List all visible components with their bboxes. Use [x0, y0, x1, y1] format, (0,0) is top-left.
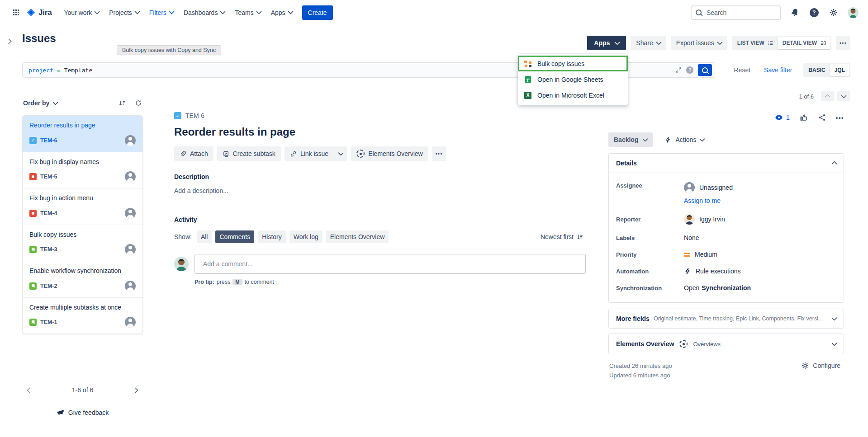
issue-key[interactable]: TEM-6 — [185, 112, 204, 119]
navbar-item[interactable]: Apps — [266, 5, 298, 20]
next-page-button[interactable] — [133, 388, 138, 392]
synchronization-row: Synchronization Open Synchronization — [616, 284, 836, 291]
settings-button[interactable] — [828, 7, 840, 19]
jql-field: project — [28, 67, 53, 74]
detail-view-icon — [820, 40, 826, 46]
more-fields-panel[interactable]: More fields Original estimate, Time trac… — [608, 309, 844, 329]
apps-menu-item[interactable]: Open in Google Sheets — [518, 71, 628, 87]
automation-value[interactable]: Rule executions — [684, 268, 741, 275]
watch-button[interactable]: 1 — [775, 113, 790, 122]
issue-card[interactable]: Reorder results in page TEM-6 — [23, 116, 142, 152]
automation-actions-button[interactable]: Actions — [662, 136, 707, 144]
elements-overview-panel[interactable]: Elements Overview Overviews — [608, 334, 844, 354]
details-panel-header[interactable]: Details — [609, 154, 844, 173]
link-issue-button[interactable]: Link issue — [285, 146, 334, 161]
apps-menu-item[interactable]: Bulk copy issues — [518, 56, 628, 71]
issue-type-icon — [29, 173, 37, 180]
issue-title[interactable]: Reorder results in page — [174, 126, 586, 138]
global-search[interactable] — [691, 5, 781, 20]
list-view-button[interactable]: LIST VIEW — [733, 37, 778, 49]
issue-card[interactable]: Bulk copy issues TEM-3 — [23, 225, 142, 262]
assign-to-me-link[interactable]: Assign to me — [684, 197, 721, 204]
navbar-item[interactable]: Teams — [230, 5, 266, 20]
issue-card[interactable]: Create multiple subtasks at once TEM-1 — [23, 298, 142, 334]
refresh-button[interactable] — [135, 99, 142, 107]
export-issues-button[interactable]: Export issues — [671, 36, 727, 50]
share-issue-button[interactable] — [818, 113, 826, 122]
megaphone-icon — [57, 409, 64, 416]
assignee-value[interactable]: Unassigned — [684, 182, 733, 193]
share-button[interactable]: Share — [631, 36, 666, 50]
list-view-icon — [768, 40, 773, 46]
help-button[interactable]: ? — [808, 7, 820, 19]
sort-order-button[interactable]: Newest first — [538, 233, 586, 241]
status-dropdown[interactable]: Backlog — [608, 132, 653, 147]
activity-filter-chip[interactable]: Comments — [215, 230, 254, 243]
global-search-input[interactable] — [706, 9, 776, 17]
reset-button[interactable]: Reset — [731, 66, 753, 74]
issue-more-button[interactable]: ••• — [836, 115, 844, 121]
vote-button[interactable] — [800, 113, 808, 122]
previous-issue-button[interactable] — [821, 91, 834, 101]
activity-filter-chip[interactable]: Elements Overview — [326, 230, 389, 243]
activity-filter-chip[interactable]: Work log — [289, 230, 323, 243]
apps-menu-item[interactable]: Open in Microsoft Excel — [518, 87, 628, 103]
navbar-item[interactable]: Dashboards — [179, 5, 230, 20]
order-by-dropdown[interactable]: Order by — [23, 99, 57, 107]
expand-editor-icon[interactable] — [675, 67, 682, 73]
chevron-right-icon — [6, 38, 12, 44]
navbar-item[interactable]: Projects — [104, 5, 144, 20]
jql-help-icon[interactable]: ? — [686, 66, 693, 74]
jira-logo[interactable]: Jira — [26, 8, 52, 17]
apps-dropdown-button[interactable]: Apps — [587, 36, 626, 50]
activity-filter-chip[interactable]: All — [197, 230, 212, 243]
chevron-down-icon — [169, 9, 175, 14]
basic-mode-button[interactable]: BASIC — [804, 64, 830, 76]
issue-card[interactable]: Fix bug in action menu TEM-4 — [23, 188, 142, 225]
give-feedback-button[interactable]: Give feedback — [22, 408, 143, 417]
issue-card[interactable]: Enable workflow synchronization TEM-2 — [23, 261, 142, 298]
profile-button[interactable] — [847, 7, 859, 19]
refresh-icon — [135, 99, 142, 107]
create-button[interactable]: Create — [302, 5, 333, 20]
reporter-label: Reporter — [616, 216, 684, 223]
chevron-down-icon — [134, 9, 140, 14]
apps-dropdown-menu: Bulk copy issues Open in Google Sheets O… — [518, 54, 628, 105]
labels-value[interactable]: None — [684, 234, 699, 241]
navbar-item[interactable]: Your work — [59, 5, 104, 20]
priority-medium-icon — [684, 252, 690, 257]
jql-mode-button[interactable]: JQL — [830, 64, 849, 76]
save-filter-button[interactable]: Save filter — [761, 66, 795, 74]
detail-view-button[interactable]: DETAIL VIEW — [778, 37, 830, 49]
issue-card-title: Fix bug in action menu — [29, 194, 136, 202]
issue-card[interactable]: Fix bug in display names TEM-5 — [23, 152, 142, 189]
assignee-avatar — [125, 171, 136, 182]
synchronization-value[interactable]: Open Synchronization — [684, 284, 751, 291]
issue-toolbar: Attach Create subtask Link issue — [174, 146, 586, 161]
description-placeholder[interactable]: Add a description... — [174, 187, 586, 194]
next-issue-button[interactable] — [837, 91, 850, 101]
created-date: Created 26 minutes ago — [609, 362, 672, 371]
filter-controls: Reset Save filter BASIC JQL — [731, 63, 850, 77]
previous-page-button[interactable] — [28, 388, 32, 392]
sort-direction-button[interactable] — [119, 99, 126, 107]
priority-value[interactable]: Medium — [684, 251, 717, 258]
create-subtask-button[interactable]: Create subtask — [217, 146, 281, 161]
header-more-button[interactable]: ••• — [836, 36, 850, 50]
status-row: Backlog Actions — [608, 132, 844, 147]
comment-box[interactable] — [194, 254, 586, 274]
configure-button[interactable]: Configure — [799, 362, 843, 370]
jql-search-button[interactable] — [698, 64, 712, 76]
activity-filter-chip[interactable]: History — [258, 230, 286, 243]
link-issue-caret-button[interactable] — [334, 146, 347, 161]
elements-overview-button[interactable]: Elements Overview — [351, 146, 428, 161]
notifications-button[interactable] — [789, 7, 801, 19]
attach-button[interactable]: Attach — [174, 146, 213, 161]
navbar-item[interactable]: Filters — [144, 5, 179, 20]
expand-panel-button[interactable] — [4, 36, 14, 46]
app-switcher-button[interactable] — [9, 6, 23, 19]
toolbar-more-button[interactable]: ••• — [432, 146, 446, 161]
comment-input[interactable] — [202, 260, 578, 268]
reporter-value[interactable]: Iggy Irvin — [684, 214, 725, 225]
bulk-copy-tooltip: Bulk copy issues with Copy and Sync — [117, 45, 221, 55]
